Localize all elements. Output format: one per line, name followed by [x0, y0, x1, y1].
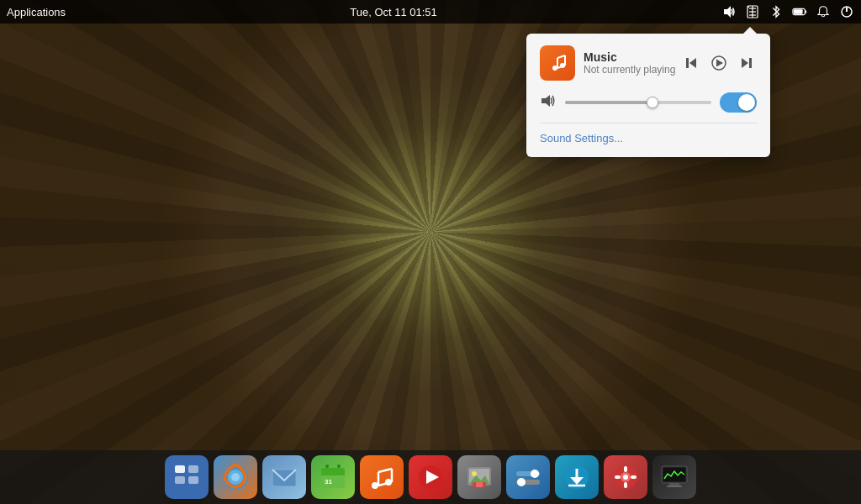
svg-rect-68 — [631, 475, 637, 479]
svg-rect-66 — [624, 482, 627, 488]
notifications-icon[interactable] — [816, 4, 831, 19]
svg-marker-18 — [689, 58, 696, 68]
svg-point-37 — [325, 465, 329, 468]
music-popup: Music Not currently playing — [526, 34, 770, 157]
dock-item-music[interactable] — [360, 455, 404, 499]
dock-item-mail[interactable] — [262, 455, 306, 499]
network-icon[interactable] — [745, 4, 760, 19]
sound-settings-link[interactable]: Sound Settings... — [540, 132, 623, 144]
battery-icon[interactable] — [792, 4, 807, 19]
svg-point-31 — [231, 473, 240, 481]
volume-fill — [565, 101, 652, 104]
volume-track — [565, 101, 711, 104]
svg-rect-27 — [175, 476, 185, 484]
svg-rect-28 — [188, 476, 198, 484]
applications-menu[interactable]: Applications — [7, 6, 66, 18]
volume-slider[interactable] — [565, 94, 711, 111]
volume-icon[interactable] — [721, 4, 737, 19]
topbar: Applications Tue, Oct 11 01:51 — [0, 0, 861, 24]
svg-rect-71 — [669, 483, 679, 486]
topbar-center: Tue, Oct 11 01:51 — [350, 6, 437, 18]
sound-toggle[interactable] — [720, 92, 757, 113]
next-button[interactable] — [737, 53, 757, 73]
svg-rect-9 — [794, 9, 803, 13]
topbar-left: Applications — [7, 6, 66, 18]
dock-item-monitor[interactable] — [652, 455, 696, 499]
svg-point-64 — [623, 475, 628, 480]
music-status: Not currently playing — [584, 64, 678, 76]
svg-marker-0 — [724, 6, 731, 18]
svg-rect-26 — [188, 465, 198, 473]
svg-marker-24 — [541, 95, 550, 107]
prev-button[interactable] — [681, 53, 701, 73]
power-icon[interactable] — [839, 4, 854, 19]
dock-item-firefox[interactable] — [214, 455, 257, 499]
dock-item-photos[interactable] — [457, 455, 501, 499]
music-header: Music Not currently playing — [540, 45, 757, 81]
dock-item-workspaces[interactable] — [165, 455, 209, 499]
svg-rect-53 — [476, 482, 483, 487]
dock-item-toggle[interactable] — [506, 455, 550, 499]
svg-line-15 — [557, 55, 565, 58]
svg-marker-21 — [716, 60, 723, 67]
bluetooth-icon[interactable] — [769, 4, 784, 19]
dock-item-download[interactable] — [555, 455, 599, 499]
volume-row — [540, 92, 757, 113]
svg-line-14 — [557, 66, 565, 68]
svg-rect-19 — [686, 58, 689, 68]
svg-rect-72 — [667, 486, 682, 487]
sound-settings-divider — [540, 123, 757, 123]
music-app-title: Music — [584, 50, 678, 64]
volume-speaker-icon — [540, 93, 557, 112]
music-app-icon — [540, 45, 575, 81]
svg-rect-67 — [615, 475, 621, 479]
dock-item-settings[interactable] — [604, 455, 647, 499]
svg-marker-22 — [742, 58, 748, 68]
svg-rect-23 — [749, 58, 752, 68]
svg-rect-8 — [805, 10, 806, 13]
svg-point-55 — [531, 470, 539, 478]
play-button[interactable] — [708, 52, 730, 74]
volume-thumb[interactable] — [647, 97, 658, 108]
dock-item-calendar[interactable]: 31 — [311, 455, 355, 499]
topbar-right — [721, 4, 854, 19]
svg-line-43 — [378, 469, 392, 472]
svg-point-38 — [337, 465, 341, 468]
dock-item-video[interactable] — [409, 455, 452, 499]
taskbar: 31 — [0, 450, 861, 504]
svg-rect-65 — [624, 466, 627, 472]
music-controls — [681, 52, 757, 74]
svg-text:31: 31 — [325, 478, 332, 486]
svg-rect-36 — [321, 474, 345, 475]
svg-rect-25 — [175, 465, 185, 473]
music-info: Music Not currently playing — [584, 50, 678, 76]
svg-point-57 — [517, 478, 526, 486]
datetime-display: Tue, Oct 11 01:51 — [350, 6, 437, 18]
